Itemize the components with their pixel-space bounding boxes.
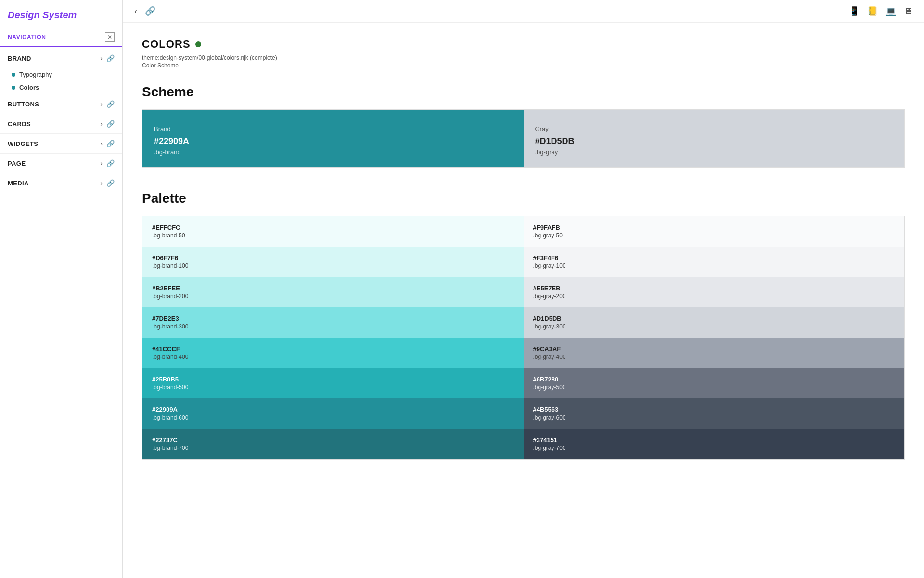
nav-section-header-widgets[interactable]: WIDGETS›🔗 <box>0 134 122 153</box>
nav-section-brand: BRAND›🔗TypographyColors <box>0 49 122 94</box>
palette-swatch-class: .bg-gray-50 <box>533 232 895 239</box>
nav-section-header-media[interactable]: MEDIA›🔗 <box>0 173 122 193</box>
chevron-icon-page[interactable]: › <box>100 159 103 167</box>
link-icon-cards[interactable]: 🔗 <box>106 120 115 128</box>
palette-swatch-class: .bg-gray-700 <box>533 445 895 451</box>
nav-section-page: PAGE›🔗 <box>0 154 122 173</box>
palette-brand-2: #B2EFEE.bg-brand-200 <box>142 277 524 307</box>
scheme-swatch-class: .bg-gray <box>535 148 893 156</box>
chevron-icon-media[interactable]: › <box>100 179 103 187</box>
palette-swatch-hex: #374151 <box>533 436 895 444</box>
nav-item-typography[interactable]: Typography <box>0 68 122 81</box>
palette-swatch-class: .bg-gray-500 <box>533 384 895 391</box>
palette-swatch-class: .bg-brand-50 <box>152 232 514 239</box>
nav-item-label: Typography <box>19 71 52 78</box>
nav-item-dot <box>12 73 15 77</box>
link-icon-media[interactable]: 🔗 <box>106 179 115 187</box>
nav-section-cards: CARDS›🔗 <box>0 114 122 134</box>
nav-section-widgets: WIDGETS›🔗 <box>0 134 122 154</box>
laptop-icon[interactable]: 💻 <box>886 6 896 16</box>
nav-header: NAVIGATION ✕ <box>0 28 122 47</box>
palette-swatch-class: .bg-gray-300 <box>533 323 895 330</box>
palette-gray-2: #E5E7EB.bg-gray-200 <box>524 277 905 307</box>
palette-swatch-hex: #22737C <box>152 436 514 444</box>
chevron-icon-buttons[interactable]: › <box>100 100 103 108</box>
palette-brand-0: #EFFCFC.bg-brand-50 <box>142 216 524 247</box>
nav-section-title-page: PAGE <box>8 160 26 167</box>
palette-swatch-class: .bg-brand-200 <box>152 293 514 300</box>
palette-swatch-hex: #D1D5DB <box>533 315 895 322</box>
topbar: ‹ 🔗 📱 📒 💻 🖥 <box>123 0 924 23</box>
scheme-heading: Scheme <box>142 84 905 100</box>
palette-brand-1: #D6F7F6.bg-brand-100 <box>142 247 524 277</box>
palette-swatch-hex: #F9FAFB <box>533 224 895 231</box>
link-icon-buttons[interactable]: 🔗 <box>106 100 115 108</box>
status-dot <box>195 41 201 47</box>
scheme-swatch-gray: Gray#D1D5DB.bg-gray <box>524 110 905 167</box>
chevron-icon-brand[interactable]: › <box>100 54 103 62</box>
link-icon-widgets[interactable]: 🔗 <box>106 140 115 147</box>
app-logo: Design System <box>0 0 122 28</box>
scheme-swatch-class: .bg-brand <box>154 148 512 156</box>
palette-brand-3: #7DE2E3.bg-brand-300 <box>142 307 524 338</box>
nav-section-header-cards[interactable]: CARDS›🔗 <box>0 114 122 133</box>
page-meta-sub: Color Scheme <box>142 62 905 69</box>
tablet-icon[interactable]: 📒 <box>867 6 878 16</box>
nav-section-header-buttons[interactable]: BUTTONS›🔗 <box>0 94 122 114</box>
nav-section-title-media: MEDIA <box>8 180 29 187</box>
mobile-icon[interactable]: 📱 <box>849 6 860 16</box>
palette-gray-4: #9CA3AF.bg-gray-400 <box>524 338 905 368</box>
nav-section-header-brand[interactable]: BRAND›🔗 <box>0 49 122 68</box>
scheme-grid: Brand#22909A.bg-brandGray#D1D5DB.bg-gray <box>142 109 905 168</box>
palette-swatch-class: .bg-gray-100 <box>533 263 895 269</box>
palette-swatch-hex: #B2EFEE <box>152 285 514 292</box>
back-button[interactable]: ‹ <box>134 6 137 16</box>
palette-swatch-hex: #41CCCF <box>152 345 514 353</box>
nav-sections: BRAND›🔗TypographyColorsBUTTONS›🔗CARDS›🔗W… <box>0 49 122 193</box>
chevron-icon-widgets[interactable]: › <box>100 140 103 147</box>
palette-swatch-class: .bg-brand-100 <box>152 263 514 269</box>
palette-swatch-hex: #7DE2E3 <box>152 315 514 322</box>
palette-gray-6: #4B5563.bg-gray-600 <box>524 398 905 429</box>
palette-swatch-class: .bg-brand-400 <box>152 354 514 360</box>
nav-close-button[interactable]: ✕ <box>105 32 115 42</box>
sidebar: Design System NAVIGATION ✕ BRAND›🔗Typogr… <box>0 0 123 578</box>
link-button[interactable]: 🔗 <box>145 6 155 16</box>
palette-swatch-hex: #E5E7EB <box>533 285 895 292</box>
palette-swatch-hex: #9CA3AF <box>533 345 895 353</box>
nav-section-title-brand: BRAND <box>8 55 31 62</box>
scheme-swatch-hex: #D1D5DB <box>535 136 893 146</box>
palette-swatch-hex: #F3F4F6 <box>533 254 895 262</box>
topbar-left: ‹ 🔗 <box>134 6 155 16</box>
nav-section-buttons: BUTTONS›🔗 <box>0 94 122 114</box>
nav-section-header-page[interactable]: PAGE›🔗 <box>0 154 122 173</box>
palette-heading: Palette <box>142 191 905 206</box>
page-meta: theme:design-system/00-global/colors.njk… <box>142 54 905 61</box>
link-icon-brand[interactable]: 🔗 <box>106 54 115 62</box>
palette-gray-7: #374151.bg-gray-700 <box>524 429 905 459</box>
main-content: ‹ 🔗 📱 📒 💻 🖥 COLORS theme:design-system/0… <box>123 0 924 578</box>
nav-item-dot <box>12 86 15 90</box>
palette-gray-0: #F9FAFB.bg-gray-50 <box>524 216 905 247</box>
page-content: COLORS theme:design-system/00-global/col… <box>123 23 924 475</box>
nav-item-colors[interactable]: Colors <box>0 81 122 94</box>
nav-item-label: Colors <box>19 84 39 91</box>
palette-brand-7: #22737C.bg-brand-700 <box>142 429 524 459</box>
scheme-swatch-hex: #22909A <box>154 136 512 146</box>
page-title: COLORS <box>142 38 191 51</box>
page-title-row: COLORS <box>142 38 905 51</box>
desktop-icon[interactable]: 🖥 <box>904 6 912 16</box>
palette-gray-1: #F3F4F6.bg-gray-100 <box>524 247 905 277</box>
palette-swatch-class: .bg-brand-300 <box>152 323 514 330</box>
link-icon-page[interactable]: 🔗 <box>106 159 115 167</box>
nav-section-title-widgets: WIDGETS <box>8 140 38 147</box>
palette-brand-5: #25B0B5.bg-brand-500 <box>142 368 524 398</box>
nav-section-title-buttons: BUTTONS <box>8 101 39 108</box>
palette-swatch-class: .bg-brand-500 <box>152 384 514 391</box>
palette-swatch-hex: #4B5563 <box>533 406 895 413</box>
palette-swatch-hex: #6B7280 <box>533 376 895 383</box>
chevron-icon-cards[interactable]: › <box>100 120 103 128</box>
palette-swatch-class: .bg-gray-600 <box>533 414 895 421</box>
palette-brand-4: #41CCCF.bg-brand-400 <box>142 338 524 368</box>
palette-swatch-class: .bg-brand-700 <box>152 445 514 451</box>
